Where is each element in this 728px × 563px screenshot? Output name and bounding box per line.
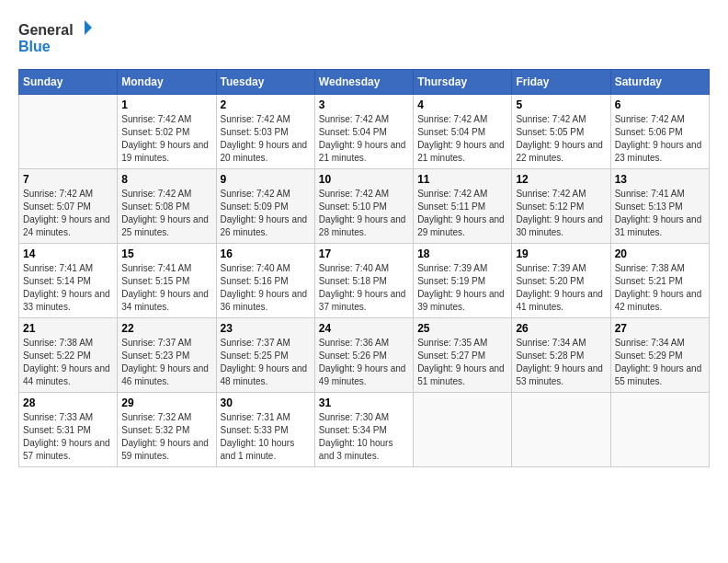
calendar-cell: 26Sunrise: 7:34 AM Sunset: 5:28 PM Dayli… [512,318,610,393]
header-row: SundayMondayTuesdayWednesdayThursdayFrid… [19,70,710,95]
day-info: Sunrise: 7:35 AM Sunset: 5:27 PM Dayligh… [417,337,507,388]
week-row-3: 14Sunrise: 7:41 AM Sunset: 5:14 PM Dayli… [19,244,710,318]
calendar-cell: 13Sunrise: 7:41 AM Sunset: 5:13 PM Dayli… [610,169,709,244]
calendar-cell: 4Sunrise: 7:42 AM Sunset: 5:04 PM Daylig… [414,95,512,169]
day-number: 29 [121,396,211,409]
calendar-cell: 19Sunrise: 7:39 AM Sunset: 5:20 PM Dayli… [512,244,610,318]
calendar-cell: 27Sunrise: 7:34 AM Sunset: 5:29 PM Dayli… [610,318,709,393]
calendar-cell: 15Sunrise: 7:41 AM Sunset: 5:15 PM Dayli… [118,244,216,318]
calendar-cell: 7Sunrise: 7:42 AM Sunset: 5:07 PM Daylig… [19,169,118,244]
day-number: 5 [516,98,606,111]
day-info: Sunrise: 7:30 AM Sunset: 5:34 PM Dayligh… [319,411,409,463]
calendar-cell: 17Sunrise: 7:40 AM Sunset: 5:18 PM Dayli… [314,244,413,318]
calendar-cell: 20Sunrise: 7:38 AM Sunset: 5:21 PM Dayli… [610,244,709,318]
day-info: Sunrise: 7:38 AM Sunset: 5:22 PM Dayligh… [23,337,113,388]
day-info: Sunrise: 7:39 AM Sunset: 5:20 PM Dayligh… [516,262,606,314]
day-number: 4 [417,98,507,111]
day-number: 7 [23,173,113,186]
calendar-cell: 23Sunrise: 7:37 AM Sunset: 5:25 PM Dayli… [216,318,314,393]
calendar-cell: 9Sunrise: 7:42 AM Sunset: 5:09 PM Daylig… [216,169,314,244]
day-number: 24 [319,322,409,335]
day-number: 26 [516,322,606,335]
day-number: 31 [319,396,409,409]
logo-graphic: General Blue [18,18,92,60]
calendar-cell: 8Sunrise: 7:42 AM Sunset: 5:08 PM Daylig… [118,169,216,244]
day-info: Sunrise: 7:31 AM Sunset: 5:33 PM Dayligh… [221,411,311,463]
day-info: Sunrise: 7:41 AM Sunset: 5:14 PM Dayligh… [23,262,113,314]
day-number: 8 [121,173,211,186]
week-row-4: 21Sunrise: 7:38 AM Sunset: 5:22 PM Dayli… [19,318,710,393]
calendar-cell: 21Sunrise: 7:38 AM Sunset: 5:22 PM Dayli… [19,318,118,393]
day-number: 15 [121,247,211,260]
calendar-cell [610,393,709,467]
calendar-cell [19,95,118,169]
day-info: Sunrise: 7:42 AM Sunset: 5:04 PM Dayligh… [417,113,507,165]
day-info: Sunrise: 7:42 AM Sunset: 5:09 PM Dayligh… [221,188,311,239]
day-info: Sunrise: 7:42 AM Sunset: 5:06 PM Dayligh… [615,113,705,165]
day-number: 19 [516,247,606,260]
day-info: Sunrise: 7:38 AM Sunset: 5:21 PM Dayligh… [615,262,705,314]
day-info: Sunrise: 7:34 AM Sunset: 5:29 PM Dayligh… [615,337,705,388]
day-number: 2 [221,98,311,111]
calendar-cell: 22Sunrise: 7:37 AM Sunset: 5:23 PM Dayli… [118,318,216,393]
weekday-header-friday: Friday [512,70,610,95]
day-number: 13 [615,173,705,186]
day-info: Sunrise: 7:32 AM Sunset: 5:32 PM Dayligh… [121,411,211,463]
day-number: 6 [615,98,705,111]
day-number: 18 [417,247,507,260]
calendar-cell: 29Sunrise: 7:32 AM Sunset: 5:32 PM Dayli… [118,393,216,467]
calendar-cell: 31Sunrise: 7:30 AM Sunset: 5:34 PM Dayli… [314,393,413,467]
day-number: 17 [319,247,409,260]
logo: General Blue [18,18,92,60]
weekday-header-saturday: Saturday [610,70,709,95]
day-info: Sunrise: 7:41 AM Sunset: 5:13 PM Dayligh… [615,188,705,239]
calendar-cell [414,393,512,467]
weekday-header-tuesday: Tuesday [216,70,314,95]
calendar-cell [512,393,610,467]
calendar-table: SundayMondayTuesdayWednesdayThursdayFrid… [18,69,710,467]
calendar-cell: 18Sunrise: 7:39 AM Sunset: 5:19 PM Dayli… [414,244,512,318]
week-row-1: 1Sunrise: 7:42 AM Sunset: 5:02 PM Daylig… [19,95,710,169]
day-number: 20 [615,247,705,260]
day-number: 1 [121,98,211,111]
weekday-header-monday: Monday [118,70,216,95]
day-info: Sunrise: 7:42 AM Sunset: 5:07 PM Dayligh… [23,188,113,239]
calendar-cell: 16Sunrise: 7:40 AM Sunset: 5:16 PM Dayli… [216,244,314,318]
svg-marker-2 [85,20,92,35]
week-row-5: 28Sunrise: 7:33 AM Sunset: 5:31 PM Dayli… [19,393,710,467]
day-number: 14 [23,247,113,260]
day-info: Sunrise: 7:42 AM Sunset: 5:08 PM Dayligh… [121,188,211,239]
day-info: Sunrise: 7:39 AM Sunset: 5:19 PM Dayligh… [417,262,507,314]
day-info: Sunrise: 7:42 AM Sunset: 5:10 PM Dayligh… [319,188,409,239]
calendar-cell: 14Sunrise: 7:41 AM Sunset: 5:14 PM Dayli… [19,244,118,318]
day-number: 22 [121,322,211,335]
day-number: 27 [615,322,705,335]
calendar-cell: 1Sunrise: 7:42 AM Sunset: 5:02 PM Daylig… [118,95,216,169]
weekday-header-thursday: Thursday [414,70,512,95]
day-number: 23 [221,322,311,335]
calendar-cell: 30Sunrise: 7:31 AM Sunset: 5:33 PM Dayli… [216,393,314,467]
day-info: Sunrise: 7:37 AM Sunset: 5:25 PM Dayligh… [221,337,311,388]
calendar-cell: 25Sunrise: 7:35 AM Sunset: 5:27 PM Dayli… [414,318,512,393]
calendar-cell: 12Sunrise: 7:42 AM Sunset: 5:12 PM Dayli… [512,169,610,244]
day-number: 11 [417,173,507,186]
calendar-cell: 5Sunrise: 7:42 AM Sunset: 5:05 PM Daylig… [512,95,610,169]
day-info: Sunrise: 7:42 AM Sunset: 5:04 PM Dayligh… [319,113,409,165]
day-number: 28 [23,396,113,409]
day-number: 16 [221,247,311,260]
day-number: 30 [221,396,311,409]
page-header: General Blue [18,18,710,60]
day-info: Sunrise: 7:34 AM Sunset: 5:28 PM Dayligh… [516,337,606,388]
day-info: Sunrise: 7:36 AM Sunset: 5:26 PM Dayligh… [319,337,409,388]
day-number: 9 [221,173,311,186]
day-info: Sunrise: 7:42 AM Sunset: 5:02 PM Dayligh… [121,113,211,165]
day-number: 10 [319,173,409,186]
calendar-cell: 11Sunrise: 7:42 AM Sunset: 5:11 PM Dayli… [414,169,512,244]
day-info: Sunrise: 7:33 AM Sunset: 5:31 PM Dayligh… [23,411,113,463]
weekday-header-sunday: Sunday [19,70,118,95]
day-info: Sunrise: 7:42 AM Sunset: 5:11 PM Dayligh… [417,188,507,239]
day-number: 25 [417,322,507,335]
calendar-cell: 28Sunrise: 7:33 AM Sunset: 5:31 PM Dayli… [19,393,118,467]
day-info: Sunrise: 7:40 AM Sunset: 5:18 PM Dayligh… [319,262,409,314]
day-number: 12 [516,173,606,186]
